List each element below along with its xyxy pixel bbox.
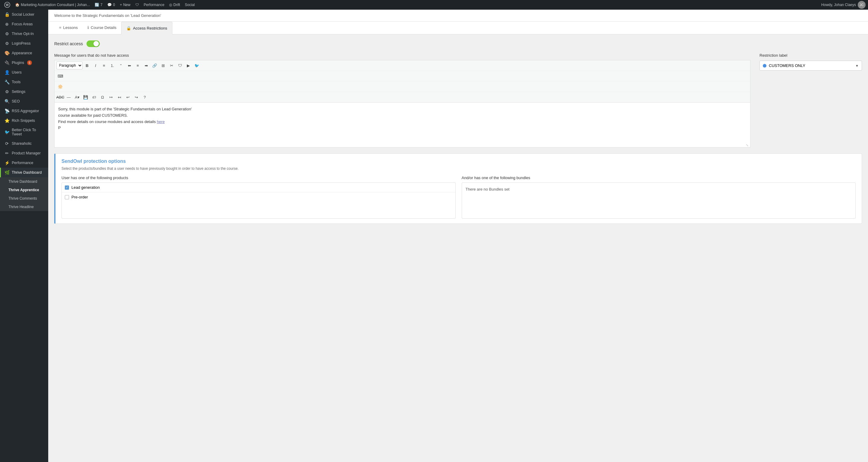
drift-btn[interactable]: ◎ Drift: [167, 0, 182, 10]
undo-btn[interactable]: ↩: [124, 93, 132, 101]
align-right-btn[interactable]: ➡: [142, 61, 150, 69]
strikethrough-btn[interactable]: ABC: [56, 93, 64, 101]
rss-icon: 📡: [4, 109, 9, 113]
columns-btn[interactable]: ⊞: [159, 61, 167, 69]
comments-count: 0: [113, 3, 115, 7]
tab-lessons-label: Lessons: [63, 25, 78, 30]
editor-resize-handle[interactable]: ⤡: [746, 143, 749, 146]
hr-btn[interactable]: —: [65, 93, 73, 101]
omega-btn[interactable]: Ω: [98, 93, 106, 101]
custom-btn1[interactable]: ▶: [184, 61, 192, 69]
redo-btn[interactable]: ↪: [132, 93, 140, 101]
sidebar-item-shareaholic[interactable]: ⟳ Shareaholic: [0, 139, 48, 148]
sidebar-item-plugins[interactable]: 🔌 Plugins 6: [0, 58, 48, 67]
sendowl-product-pre-order[interactable]: Pre-order: [62, 193, 456, 202]
submenu-thrive-apprentice[interactable]: Thrive Apprentice: [0, 186, 48, 194]
sidebar-item-settings[interactable]: ⚙ Settings: [0, 87, 48, 96]
restriction-label-title: Restriction label: [760, 53, 862, 58]
new-btn[interactable]: + New: [118, 0, 132, 10]
sidebar-item-appearance[interactable]: 🎨 Appearance: [0, 48, 48, 58]
plus-icon: +: [120, 3, 122, 7]
sidebar: 🔒 Social Locker ⊕ Focus Areas ⚙ Thrive O…: [0, 10, 48, 462]
sidebar-item-focus-areas[interactable]: ⊕ Focus Areas: [0, 19, 48, 29]
plugins-badge: 6: [27, 60, 32, 65]
appearance-icon: 🎨: [4, 51, 9, 56]
sendowl-product-lead-gen[interactable]: ✓ Lead generation: [62, 183, 456, 193]
font-color-btn[interactable]: A▾: [73, 93, 81, 101]
indent-btn[interactable]: ↦: [107, 93, 115, 101]
save-draft-btn[interactable]: 💾: [82, 93, 90, 101]
checkbox-checked-icon[interactable]: ✓: [65, 185, 69, 190]
clear-btn[interactable]: 🏷: [90, 93, 98, 101]
editor-content-line3: Find more details on course modules and …: [58, 119, 747, 125]
twitter-tweet-btn[interactable]: 🐦: [193, 61, 201, 69]
submenu-thrive-comments[interactable]: Thrive Comments: [0, 194, 48, 203]
sidebar-item-social-locker[interactable]: 🔒 Social Locker: [0, 10, 48, 19]
split-btn[interactable]: ✂: [167, 61, 176, 69]
help-btn[interactable]: ?: [141, 93, 149, 101]
sidebar-item-thrive-optin[interactable]: ⚙ Thrive Opt-In: [0, 29, 48, 38]
site-name: Marketing Automation Consultant | Johan.…: [21, 3, 90, 7]
wp-logo-btn[interactable]: W: [2, 0, 12, 10]
restriction-select[interactable]: CUSTOMERS ONLY ▼: [760, 61, 862, 70]
performance-btn[interactable]: Performance: [142, 0, 166, 10]
editor-link[interactable]: here: [157, 119, 164, 124]
restriction-select-inner: CUSTOMERS ONLY: [763, 63, 805, 68]
sidebar-item-better-click-tweet[interactable]: 🐦 Better Click To Tweet: [0, 125, 48, 139]
sidebar-item-users[interactable]: 👤 Users: [0, 67, 48, 77]
social-label: Social: [185, 3, 195, 7]
sidebar-item-seo[interactable]: 🔍 SEO: [0, 96, 48, 106]
keyboard-btn[interactable]: ⌨: [56, 72, 64, 80]
blockquote-btn[interactable]: ": [117, 61, 125, 69]
restrict-access-label: Restrict access: [54, 41, 83, 46]
outdent-btn[interactable]: ↤: [116, 93, 123, 101]
avatar[interactable]: JC: [858, 1, 866, 9]
twitter-icon: 🐦: [4, 130, 9, 135]
special-char-btn[interactable]: 🔆: [56, 83, 64, 90]
restrict-access-toggle[interactable]: [87, 40, 100, 47]
align-center-btn[interactable]: ≡: [134, 61, 142, 69]
link-btn[interactable]: 🔗: [151, 61, 158, 69]
shield-btn[interactable]: 🛡: [176, 61, 184, 69]
drift-icon: ◎: [169, 3, 172, 7]
tab-lessons[interactable]: ≡ Lessons: [54, 22, 83, 34]
submenu-thrive-dashboard[interactable]: Thrive Dashboard: [0, 177, 48, 186]
product-pre-order-label: Pre-order: [71, 195, 88, 199]
vault-icon: 🛡: [135, 3, 139, 7]
sidebar-item-rich-snippets[interactable]: ⭐ Rich Snippets: [0, 116, 48, 125]
top-bar: W 🏠 Marketing Automation Consultant | Jo…: [0, 0, 868, 10]
vault-btn[interactable]: 🛡: [133, 0, 141, 10]
rich-snippets-icon: ⭐: [4, 118, 9, 123]
site-name-btn[interactable]: 🏠 Marketing Automation Consultant | Joha…: [13, 0, 92, 10]
social-btn[interactable]: Social: [183, 0, 196, 10]
updates-btn[interactable]: 🔄 7: [93, 0, 104, 10]
bold-btn[interactable]: B: [83, 61, 91, 69]
sidebar-item-tools[interactable]: 🔧 Tools: [0, 77, 48, 87]
tab-course-details-label: Course Details: [91, 25, 116, 30]
tab-course-details[interactable]: ℹ Course Details: [83, 22, 121, 34]
comments-btn[interactable]: 💬 0: [105, 0, 117, 10]
sidebar-item-product-manager[interactable]: ✏ Product Manager: [0, 148, 48, 158]
unordered-list-btn[interactable]: ≡: [100, 61, 108, 69]
sidebar-item-loginpress[interactable]: ⚙ LoginPress: [0, 38, 48, 48]
checkbox-unchecked-icon[interactable]: [65, 195, 69, 199]
sidebar-item-thrive-dashboard[interactable]: 🌿 Thrive Dashboard: [0, 168, 48, 177]
paragraph-select[interactable]: Paragraph: [56, 61, 83, 69]
sidebar-item-performance[interactable]: ⚡ Performance: [0, 158, 48, 168]
lessons-tab-icon: ≡: [59, 25, 61, 30]
performance-icon: ⚡: [4, 161, 9, 165]
editor-body[interactable]: Sorry, this module is part of the 'Strat…: [54, 102, 750, 147]
thrive-submenu: Thrive Dashboard Thrive Apprentice Thriv…: [0, 177, 48, 211]
tab-access-restrictions[interactable]: 🔒 Access Restrictions: [121, 22, 172, 34]
ordered-list-btn[interactable]: 1.: [108, 61, 116, 69]
restriction-value: CUSTOMERS ONLY: [769, 63, 805, 68]
sidebar-item-rss-aggregator[interactable]: 📡 RSS Aggregator: [0, 106, 48, 116]
italic-btn[interactable]: I: [92, 61, 99, 69]
align-left-btn[interactable]: ⬅: [125, 61, 133, 69]
sub-header: Welcome to the Strategic Fundamentals on…: [48, 10, 868, 22]
main-layout: 🔒 Social Locker ⊕ Focus Areas ⚙ Thrive O…: [0, 10, 868, 462]
breadcrumb: Welcome to the Strategic Fundamentals on…: [54, 13, 161, 18]
submenu-thrive-headline[interactable]: Thrive Headline: [0, 203, 48, 211]
sendowl-products-list: ✓ Lead generation Pre-order: [61, 182, 456, 219]
seo-icon: 🔍: [4, 99, 9, 104]
